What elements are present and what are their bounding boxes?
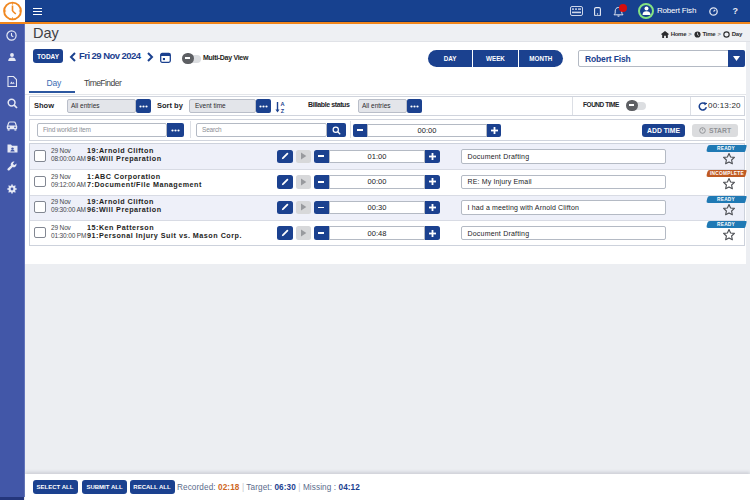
svg-text:Z: Z	[280, 108, 284, 114]
svg-text:A: A	[280, 101, 284, 107]
